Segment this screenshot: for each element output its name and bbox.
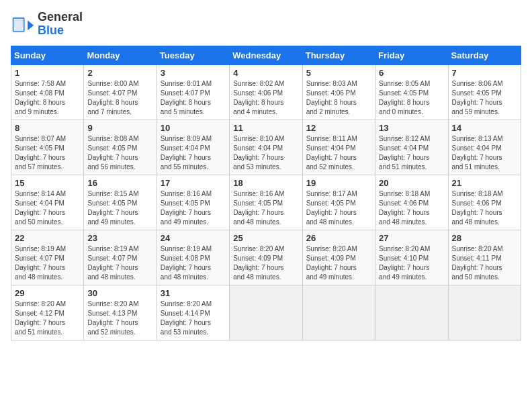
- day-number: 7: [452, 68, 517, 78]
- day-detail: Sunrise: 8:20 AM Sunset: 4:09 PM Dayligh…: [233, 244, 298, 282]
- day-detail: Sunrise: 8:19 AM Sunset: 4:07 PM Dayligh…: [15, 244, 80, 282]
- calendar-cell: 6Sunrise: 8:05 AM Sunset: 4:05 PM Daylig…: [375, 64, 448, 120]
- day-detail: Sunrise: 8:02 AM Sunset: 4:06 PM Dayligh…: [233, 79, 298, 117]
- calendar-week-4: 22Sunrise: 8:19 AM Sunset: 4:07 PM Dayli…: [11, 230, 521, 285]
- column-header-thursday: Thursday: [302, 46, 375, 64]
- calendar-week-5: 29Sunrise: 8:20 AM Sunset: 4:12 PM Dayli…: [11, 285, 521, 340]
- calendar-cell: 31Sunrise: 8:20 AM Sunset: 4:14 PM Dayli…: [157, 285, 229, 340]
- day-number: 5: [306, 68, 371, 78]
- day-detail: Sunrise: 8:15 AM Sunset: 4:05 PM Dayligh…: [87, 189, 152, 227]
- calendar-cell: 4Sunrise: 8:02 AM Sunset: 4:06 PM Daylig…: [230, 64, 302, 120]
- day-detail: Sunrise: 8:13 AM Sunset: 4:04 PM Dayligh…: [452, 134, 517, 172]
- day-number: 3: [161, 68, 226, 78]
- day-detail: Sunrise: 8:11 AM Sunset: 4:04 PM Dayligh…: [306, 134, 371, 172]
- calendar-cell: 13Sunrise: 8:12 AM Sunset: 4:04 PM Dayli…: [375, 120, 448, 175]
- day-number: 8: [15, 123, 80, 133]
- day-detail: Sunrise: 8:06 AM Sunset: 4:05 PM Dayligh…: [452, 79, 517, 117]
- calendar-week-3: 15Sunrise: 8:14 AM Sunset: 4:04 PM Dayli…: [11, 175, 521, 230]
- day-number: 27: [379, 233, 444, 243]
- logo-icon: [11, 12, 35, 36]
- calendar-cell: 9Sunrise: 8:08 AM Sunset: 4:05 PM Daylig…: [84, 120, 157, 175]
- day-detail: Sunrise: 8:01 AM Sunset: 4:07 PM Dayligh…: [161, 79, 226, 117]
- calendar-cell: 7Sunrise: 8:06 AM Sunset: 4:05 PM Daylig…: [448, 64, 521, 120]
- calendar-cell: 27Sunrise: 8:20 AM Sunset: 4:10 PM Dayli…: [375, 230, 448, 285]
- column-header-sunday: Sunday: [11, 46, 84, 64]
- day-number: 22: [15, 233, 80, 243]
- day-detail: Sunrise: 8:14 AM Sunset: 4:04 PM Dayligh…: [15, 189, 80, 227]
- calendar-cell: 24Sunrise: 8:19 AM Sunset: 4:08 PM Dayli…: [157, 230, 229, 285]
- calendar-cell: 21Sunrise: 8:18 AM Sunset: 4:06 PM Dayli…: [448, 175, 521, 230]
- calendar-cell: 14Sunrise: 8:13 AM Sunset: 4:04 PM Dayli…: [448, 120, 521, 175]
- day-detail: Sunrise: 7:58 AM Sunset: 4:08 PM Dayligh…: [15, 79, 80, 117]
- day-number: 28: [452, 233, 517, 243]
- day-detail: Sunrise: 8:12 AM Sunset: 4:04 PM Dayligh…: [379, 134, 444, 172]
- day-number: 14: [452, 123, 517, 133]
- day-number: 26: [306, 233, 371, 243]
- day-number: 30: [87, 288, 152, 298]
- column-header-tuesday: Tuesday: [157, 46, 229, 64]
- day-number: 1: [15, 68, 80, 78]
- page-header: General Blue: [11, 11, 521, 38]
- day-detail: Sunrise: 8:09 AM Sunset: 4:04 PM Dayligh…: [161, 134, 226, 172]
- day-number: 4: [233, 68, 298, 78]
- day-detail: Sunrise: 8:18 AM Sunset: 4:06 PM Dayligh…: [452, 189, 517, 227]
- day-number: 31: [161, 288, 226, 298]
- day-number: 16: [87, 178, 152, 188]
- day-detail: Sunrise: 8:20 AM Sunset: 4:12 PM Dayligh…: [15, 300, 80, 337]
- column-header-wednesday: Wednesday: [230, 46, 302, 64]
- day-number: 20: [379, 178, 444, 188]
- calendar-cell: [302, 285, 375, 340]
- day-detail: Sunrise: 8:20 AM Sunset: 4:10 PM Dayligh…: [379, 244, 444, 282]
- calendar-cell: 30Sunrise: 8:20 AM Sunset: 4:13 PM Dayli…: [84, 285, 157, 340]
- calendar-cell: 26Sunrise: 8:20 AM Sunset: 4:09 PM Dayli…: [302, 230, 375, 285]
- column-header-friday: Friday: [375, 46, 448, 64]
- calendar-cell: 3Sunrise: 8:01 AM Sunset: 4:07 PM Daylig…: [157, 64, 229, 120]
- calendar-cell: 1Sunrise: 7:58 AM Sunset: 4:08 PM Daylig…: [11, 64, 84, 120]
- day-detail: Sunrise: 8:20 AM Sunset: 4:14 PM Dayligh…: [161, 300, 226, 337]
- calendar-cell: 2Sunrise: 8:00 AM Sunset: 4:07 PM Daylig…: [84, 64, 157, 120]
- day-number: 15: [15, 178, 80, 188]
- day-number: 11: [233, 123, 298, 133]
- day-number: 29: [15, 288, 80, 298]
- day-detail: Sunrise: 8:20 AM Sunset: 4:11 PM Dayligh…: [452, 244, 517, 282]
- day-detail: Sunrise: 8:19 AM Sunset: 4:08 PM Dayligh…: [161, 244, 226, 282]
- day-number: 17: [161, 178, 226, 188]
- day-detail: Sunrise: 8:20 AM Sunset: 4:09 PM Dayligh…: [306, 244, 371, 282]
- day-number: 25: [233, 233, 298, 243]
- calendar-cell: 5Sunrise: 8:03 AM Sunset: 4:06 PM Daylig…: [302, 64, 375, 120]
- calendar-cell: 17Sunrise: 8:16 AM Sunset: 4:05 PM Dayli…: [157, 175, 229, 230]
- day-number: 19: [306, 178, 371, 188]
- column-header-monday: Monday: [84, 46, 157, 64]
- day-number: 12: [306, 123, 371, 133]
- logo-text-line2: Blue: [38, 24, 83, 38]
- column-header-saturday: Saturday: [448, 46, 521, 64]
- calendar-cell: [230, 285, 302, 340]
- day-detail: Sunrise: 8:10 AM Sunset: 4:04 PM Dayligh…: [233, 134, 298, 172]
- day-detail: Sunrise: 8:17 AM Sunset: 4:05 PM Dayligh…: [306, 189, 371, 227]
- day-detail: Sunrise: 8:18 AM Sunset: 4:06 PM Dayligh…: [379, 189, 444, 227]
- calendar-cell: 22Sunrise: 8:19 AM Sunset: 4:07 PM Dayli…: [11, 230, 84, 285]
- day-number: 9: [87, 123, 152, 133]
- svg-marker-2: [28, 20, 34, 30]
- day-number: 13: [379, 123, 444, 133]
- calendar-cell: 19Sunrise: 8:17 AM Sunset: 4:05 PM Dayli…: [302, 175, 375, 230]
- calendar-week-1: 1Sunrise: 7:58 AM Sunset: 4:08 PM Daylig…: [11, 64, 521, 120]
- day-number: 2: [87, 68, 152, 78]
- calendar-cell: 23Sunrise: 8:19 AM Sunset: 4:07 PM Dayli…: [84, 230, 157, 285]
- day-number: 23: [87, 233, 152, 243]
- calendar-cell: 11Sunrise: 8:10 AM Sunset: 4:04 PM Dayli…: [230, 120, 302, 175]
- logo: General Blue: [11, 11, 83, 38]
- day-detail: Sunrise: 8:07 AM Sunset: 4:05 PM Dayligh…: [15, 134, 80, 172]
- calendar-cell: 15Sunrise: 8:14 AM Sunset: 4:04 PM Dayli…: [11, 175, 84, 230]
- day-number: 18: [233, 178, 298, 188]
- calendar-cell: 20Sunrise: 8:18 AM Sunset: 4:06 PM Dayli…: [375, 175, 448, 230]
- calendar-cell: [448, 285, 521, 340]
- day-detail: Sunrise: 8:08 AM Sunset: 4:05 PM Dayligh…: [87, 134, 152, 172]
- calendar-cell: [375, 285, 448, 340]
- day-detail: Sunrise: 8:16 AM Sunset: 4:05 PM Dayligh…: [233, 189, 298, 227]
- logo-text-line1: General: [38, 11, 83, 24]
- svg-rect-0: [12, 17, 26, 32]
- day-detail: Sunrise: 8:19 AM Sunset: 4:07 PM Dayligh…: [87, 244, 152, 282]
- calendar-cell: 16Sunrise: 8:15 AM Sunset: 4:05 PM Dayli…: [84, 175, 157, 230]
- calendar-cell: 8Sunrise: 8:07 AM Sunset: 4:05 PM Daylig…: [11, 120, 84, 175]
